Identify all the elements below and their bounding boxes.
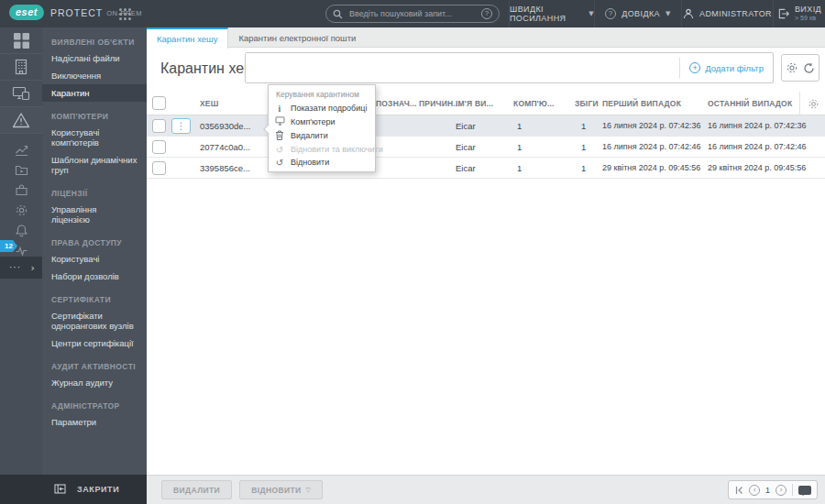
row-checkbox[interactable] [152, 161, 166, 175]
sidebar-item-computer-users[interactable]: Користувачі комп'ютерів [42, 124, 147, 151]
menu-item-computers[interactable]: Комп'ютери [269, 115, 375, 128]
col-marked[interactable]: ПОЗНАЧ... [376, 99, 417, 108]
sidebar-section-computers: КОМП'ЮТЕРИ [51, 112, 138, 121]
tab-bar: Карантин хешу Карантин електронної пошти [147, 27, 825, 48]
menu-label: Показати подробиці [291, 104, 367, 113]
add-filter-button[interactable]: + Додати фільтр [680, 62, 773, 73]
page-number: 1 [765, 486, 770, 495]
column-settings-icon[interactable] [808, 97, 820, 114]
sidebar-item-submitted-files[interactable]: Надіслані файли [42, 49, 147, 67]
col-computers[interactable]: КОМП'Ю... [513, 99, 555, 108]
menu-label: Видалити [291, 131, 328, 140]
nav-policies-icon[interactable] [0, 203, 42, 217]
sidebar-item-users[interactable]: Користувачі [42, 250, 147, 268]
filter-bar: + Додати фільтр [245, 52, 774, 83]
table-header: ХЕШ ВІДНОВ... ПОЗНАЧ... ПРИЧИН... ІМ'Я В… [147, 92, 825, 115]
nav-dashboard-icon[interactable] [0, 27, 42, 54]
table-row[interactable]: ⋮ 0356930de... Так Eicar 1 1 16 липня 20… [147, 115, 825, 137]
cell-hash: 20774c0a0... [200, 142, 250, 152]
quarantine-table: ХЕШ ВІДНОВ... ПОЗНАЧ... ПРИЧИН... ІМ'Я В… [147, 92, 825, 179]
menu-item-delete[interactable]: Видалити [269, 128, 375, 143]
main-content: Карантин хешу Карантин електронної пошти… [147, 27, 825, 504]
search-input[interactable] [347, 8, 477, 19]
topbar: eset PROTECT ON-PREM ? ШВИДКІ ПОСИЛАННЯ … [0, 0, 825, 27]
table-row[interactable]: 3395856ce... Ні Тестовий ... Eicar 1 1 2… [147, 158, 825, 179]
quick-links-menu[interactable]: ШВИДКІ ПОСИЛАННЯ ▼ [509, 0, 594, 27]
row-checkbox[interactable] [152, 119, 166, 133]
cell-hits: 1 [581, 163, 586, 173]
nav-computers-icon[interactable] [0, 81, 42, 107]
header-divider [799, 92, 800, 115]
feedback-icon[interactable] [798, 486, 811, 495]
col-name[interactable]: ІМ'Я ВИ... [456, 99, 493, 108]
help-menu[interactable]: ? ДОВІДКА ▼ [594, 0, 681, 27]
sidebar-item-quarantine[interactable]: Карантин [42, 84, 147, 102]
eset-logo: eset [9, 5, 44, 20]
add-filter-label: Додати фільтр [705, 63, 764, 73]
filter-input[interactable] [246, 53, 679, 82]
cell-hash: 3395856ce... [200, 163, 250, 173]
row-checkbox[interactable] [152, 140, 166, 154]
col-first[interactable]: ПЕРШИЙ ВИПАДОК [602, 99, 681, 108]
restore-button: ВІДНОВИТИ ▽ [239, 480, 323, 499]
sidebar-item-certification-authorities[interactable]: Центри сертифікації [42, 334, 147, 352]
sidebar-item-peer-certificates[interactable]: Сертифікати однорангових вузлів [42, 307, 147, 334]
row-actions-button[interactable]: ⋮ [171, 118, 191, 134]
first-page-icon[interactable] [734, 486, 743, 495]
menu-label: Комп'ютери [291, 117, 336, 126]
cell-name: Eicar [456, 163, 476, 173]
restore-button-label: ВІДНОВИТИ [251, 486, 301, 495]
nav-detections-icon[interactable] [0, 107, 42, 134]
footer-bar: ВИДАЛИТИ ВІДНОВИТИ ▽ ‹ 1 › [147, 475, 825, 504]
tab-email-quarantine[interactable]: Карантин електронної пошти [228, 27, 366, 48]
computer-icon [274, 116, 285, 127]
sidebar-section-audit: АУДИТ АКТИВНОСТІ [51, 362, 138, 371]
cell-last-seen: 16 липня 2024 р. 07:42:46 [708, 142, 807, 151]
table-row[interactable]: 20774c0a0... Так Eicar 1 1 16 липня 2024… [147, 137, 825, 158]
user-menu[interactable]: ADMINISTRATOR [681, 0, 773, 27]
menu-item-restore[interactable]: ↺ Відновити [269, 156, 375, 169]
logout-button[interactable]: ВИХІД > 59 хв [773, 0, 825, 27]
next-page-icon[interactable]: › [776, 485, 786, 496]
eset-protect-console: eset PROTECT ON-PREM ? ШВИДКІ ПОСИЛАННЯ … [0, 0, 825, 504]
sidebar-item-dynamic-group-templates[interactable]: Шаблони динамічних груп [42, 151, 147, 179]
gear-icon[interactable] [786, 61, 798, 74]
col-hash[interactable]: ХЕШ [200, 99, 218, 108]
sidebar-item-audit-log[interactable]: Журнал аудиту [42, 374, 147, 391]
sidebar-section-administrator: АДМІНІСТРАТОР [51, 401, 138, 411]
nav-more-button[interactable]: ··· › [0, 257, 42, 279]
chevron-right-icon: › [31, 262, 35, 274]
plus-icon: + [689, 62, 700, 73]
sidebar-item-license-management[interactable]: Управління ліцензією [42, 201, 147, 228]
prev-page-icon[interactable]: ‹ [749, 485, 760, 496]
trash-icon [274, 130, 285, 142]
col-hits[interactable]: ЗБІГИ [575, 99, 599, 108]
select-all-checkbox[interactable] [152, 96, 166, 110]
pager-divider [792, 484, 793, 496]
col-last[interactable]: ОСТАННІЙ ВИПАДОК [708, 99, 792, 108]
nav-notifications-icon[interactable] [0, 224, 42, 237]
cell-last-seen: 29 квітня 2024 р. 09:45:56 [708, 163, 806, 172]
cell-first-seen: 29 квітня 2024 р. 09:45:56 [602, 163, 700, 172]
collapse-label: ЗАКРИТИ [77, 485, 119, 494]
sidebar-item-exclusions[interactable]: Виключення [42, 67, 147, 84]
nav-tasks-icon[interactable] [0, 163, 42, 177]
menu-item-show-details[interactable]: i Показати подробиці [269, 102, 375, 115]
app-grid-icon[interactable] [119, 8, 131, 20]
sidebar-item-permission-sets[interactable]: Набори дозволів [42, 268, 147, 285]
brand-product: PROTECT [50, 7, 103, 18]
nav-reports-icon[interactable] [0, 143, 42, 157]
logout-timer: > 59 хв [795, 14, 821, 23]
sidebar-item-settings[interactable]: Параметри [42, 413, 147, 431]
tab-hash-quarantine[interactable]: Карантин хешу [147, 27, 228, 49]
cell-first-seen: 16 липня 2024 р. 07:42:36 [602, 121, 701, 130]
search-help-icon[interactable]: ? [481, 8, 492, 19]
col-reason[interactable]: ПРИЧИН... [419, 99, 460, 108]
refresh-icon[interactable] [803, 62, 815, 74]
quick-links-label: ШВИДКІ ПОСИЛАННЯ [510, 5, 583, 23]
sidebar-collapse-button[interactable]: ЗАКРИТИ [0, 475, 147, 504]
cell-name: Eicar [456, 121, 476, 131]
nav-company-icon[interactable] [0, 54, 42, 81]
nav-installers-icon[interactable] [0, 183, 42, 197]
table-tools [781, 54, 820, 82]
